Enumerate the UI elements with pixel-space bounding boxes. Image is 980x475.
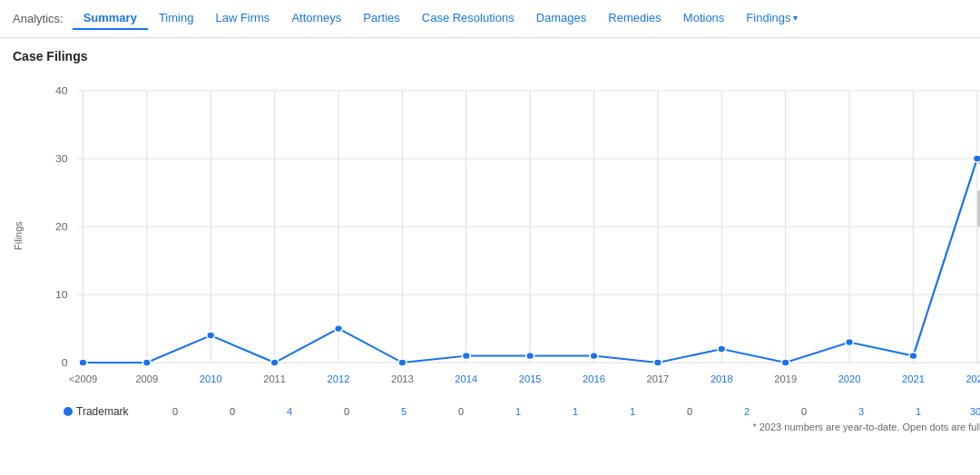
main-content: Case Filings Filings xyxy=(0,38,980,432)
nav-motions[interactable]: Motions xyxy=(672,7,736,30)
trademark-legend-label: Trademark xyxy=(76,405,129,418)
y-axis-label: Filings xyxy=(13,73,24,399)
svg-text:2021: 2021 xyxy=(902,374,925,384)
trademark-legend-item: Trademark xyxy=(64,405,129,418)
nav-summary[interactable]: Summary xyxy=(73,7,148,30)
svg-point-43 xyxy=(79,359,87,366)
val-2022: 30 xyxy=(947,406,980,417)
svg-text:2013: 2013 xyxy=(391,374,414,384)
val-2013: 0 xyxy=(433,406,490,417)
svg-text:2018: 2018 xyxy=(710,374,733,384)
svg-point-47 xyxy=(335,325,343,333)
svg-text:10: 10 xyxy=(55,289,68,300)
svg-point-57 xyxy=(973,155,980,162)
val-2010: 4 xyxy=(261,406,318,417)
nav-attorneys[interactable]: Attorneys xyxy=(280,7,352,30)
chart-inner: 0 10 20 30 40 <2009 2009 2010 2011 2012 … xyxy=(27,73,980,432)
footnote: * 2023 numbers are year-to-date. Open do… xyxy=(27,422,980,432)
val-2009: 0 xyxy=(204,406,261,417)
nav-law-firms[interactable]: Law Firms xyxy=(204,7,280,30)
chart-area: Filings xyxy=(13,73,967,432)
svg-point-55 xyxy=(846,339,854,346)
svg-text:2011: 2011 xyxy=(263,374,286,384)
val-lt2009: 0 xyxy=(147,406,204,417)
nav-damages[interactable]: Damages xyxy=(525,7,598,30)
svg-text:20: 20 xyxy=(55,221,68,232)
svg-text:2017: 2017 xyxy=(646,374,669,384)
analytics-nav: Analytics: Summary Timing Law Firms Atto… xyxy=(0,0,980,38)
svg-text:2019: 2019 xyxy=(774,374,797,384)
val-2017: 0 xyxy=(662,406,719,417)
svg-text:2016: 2016 xyxy=(583,374,605,384)
svg-text:30: 30 xyxy=(55,153,68,164)
val-2019: 0 xyxy=(776,406,833,417)
svg-point-50 xyxy=(526,353,534,360)
svg-point-52 xyxy=(653,359,662,366)
val-2015: 1 xyxy=(547,406,604,417)
svg-text:2020: 2020 xyxy=(838,374,861,384)
trademark-legend-dot xyxy=(64,407,73,416)
svg-point-51 xyxy=(590,353,598,360)
svg-text:2009: 2009 xyxy=(135,374,158,384)
svg-text:2012: 2012 xyxy=(328,374,350,384)
svg-point-54 xyxy=(781,359,789,366)
nav-timing[interactable]: Timing xyxy=(148,7,205,30)
svg-text:2014: 2014 xyxy=(455,374,477,384)
svg-text:2015: 2015 xyxy=(519,374,542,384)
svg-text:40: 40 xyxy=(55,85,68,96)
nav-parties[interactable]: Parties xyxy=(352,7,410,30)
chevron-down-icon: ▾ xyxy=(793,13,798,23)
nav-case-resolutions[interactable]: Case Resolutions xyxy=(411,7,525,30)
svg-point-56 xyxy=(909,353,917,360)
svg-text:2022: 2022 xyxy=(965,374,980,384)
svg-point-45 xyxy=(207,332,215,339)
svg-text:<2009: <2009 xyxy=(69,374,97,384)
svg-text:0: 0 xyxy=(62,357,68,368)
val-2016: 1 xyxy=(604,406,662,417)
svg-text:2010: 2010 xyxy=(200,374,222,384)
val-2014: 1 xyxy=(490,406,547,417)
val-2020: 3 xyxy=(833,406,890,417)
val-2012: 5 xyxy=(376,406,433,417)
nav-remedies[interactable]: Remedies xyxy=(597,7,672,30)
section-title: Case Filings xyxy=(13,49,967,63)
val-2011: 0 xyxy=(318,406,376,417)
nav-findings[interactable]: Findings ▾ xyxy=(735,7,808,30)
svg-point-44 xyxy=(142,359,151,366)
data-values-row: 0 0 4 0 5 0 1 1 1 0 2 0 3 1 30 16 xyxy=(147,406,980,417)
legend-row: Trademark 0 0 4 0 5 0 1 1 1 0 2 0 3 xyxy=(27,405,980,418)
val-2021: 1 xyxy=(890,406,947,417)
svg-point-46 xyxy=(270,359,279,366)
svg-point-49 xyxy=(462,353,470,360)
svg-point-48 xyxy=(398,359,407,366)
line-chart: 0 10 20 30 40 <2009 2009 2010 2011 2012 … xyxy=(27,73,980,399)
svg-point-53 xyxy=(718,345,726,353)
analytics-label: Analytics: xyxy=(13,12,64,25)
val-2018: 2 xyxy=(719,406,776,417)
